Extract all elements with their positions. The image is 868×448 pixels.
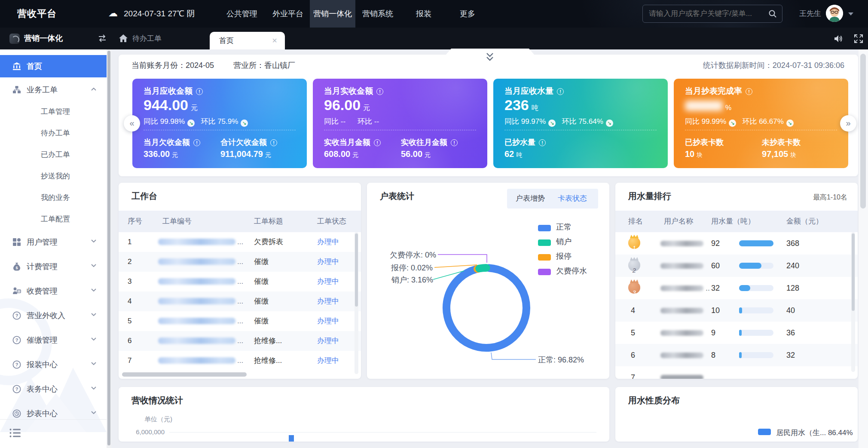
sidebar-item-fee-mgmt[interactable]: 收费管理 bbox=[0, 280, 107, 302]
info-icon[interactable]: ! bbox=[557, 88, 564, 95]
svg-text:?: ? bbox=[15, 313, 18, 318]
trend-down-icon: ↘ bbox=[241, 120, 248, 127]
module-logo-icon bbox=[9, 34, 20, 44]
question-circle-icon: ? bbox=[12, 311, 21, 320]
legend-item[interactable]: 居民用水（生... 86.44% bbox=[758, 428, 853, 438]
svg-text:$: $ bbox=[15, 266, 18, 270]
search-input[interactable] bbox=[643, 9, 768, 18]
workbench-hscrollbar[interactable] bbox=[122, 372, 247, 377]
info-icon[interactable]: ! bbox=[376, 88, 383, 95]
switch-module-icon[interactable] bbox=[97, 34, 107, 43]
collapse-double-chevron-icon[interactable] bbox=[485, 52, 495, 62]
chevron-down-icon bbox=[91, 387, 96, 390]
nav-field-platform[interactable]: 外业平台 bbox=[266, 0, 309, 28]
tab-bar: 营销一体化 待办工单 首页 × bbox=[0, 28, 868, 49]
card-reading-completion: 当月抄表完成率! % 同比 99.99%↘环比 66.67%↘ 已抄表卡数 未抄… bbox=[674, 79, 848, 168]
ranking-title: 用水量排行 bbox=[628, 190, 671, 202]
gold-medal-icon: 1 bbox=[628, 237, 640, 249]
nav-install-report[interactable]: 报装 bbox=[404, 0, 443, 28]
question-circle-icon: ? bbox=[12, 360, 21, 369]
water-nature-panel: 用水性质分布 居民用水（生... 86.44% bbox=[615, 387, 858, 442]
chevron-down-icon bbox=[91, 239, 96, 243]
workbench-table-header: 序号 工单编号 工单标题 工单状态 bbox=[119, 211, 361, 232]
sidebar-subitem-todo[interactable]: 待办工单 bbox=[0, 123, 107, 144]
sidebar-item-meter-affairs-center[interactable]: ? 表务中心 bbox=[0, 378, 107, 400]
fullscreen-icon[interactable] bbox=[854, 34, 863, 43]
avatar[interactable] bbox=[826, 5, 843, 22]
silver-medal-icon: 2 bbox=[628, 259, 640, 271]
nav-marketing-system[interactable]: 营销系统 bbox=[355, 0, 400, 28]
sidebar-item-user-mgmt[interactable]: 用户管理 bbox=[0, 231, 107, 253]
workbench-row[interactable]: 4... 催缴办理中 bbox=[119, 292, 361, 311]
info-icon[interactable]: ! bbox=[374, 139, 381, 146]
ranking-row: 7 bbox=[615, 366, 858, 379]
sidebar-subitem-done[interactable]: 已办工单 bbox=[0, 144, 107, 166]
info-icon[interactable]: ! bbox=[746, 88, 752, 95]
sidebar: 首页 业务工单 工单管理 待办工单 已办工单 抄送我的 我的业务 工单配置 用户… bbox=[0, 49, 107, 448]
trend-down-icon: ↘ bbox=[729, 120, 736, 127]
weather-cloud-icon: ☁ bbox=[108, 8, 118, 19]
sidebar-item-work-order[interactable]: 业务工单 bbox=[0, 79, 107, 101]
sidebar-item-home[interactable]: 首页 bbox=[0, 55, 107, 77]
sidebar-subitem-workorder-mgmt[interactable]: 工单管理 bbox=[0, 101, 107, 123]
workbench-row[interactable]: 1... 欠费拆表办理中 bbox=[119, 232, 361, 252]
axis-tick-label: 6,000,000 bbox=[119, 428, 165, 436]
card-received-amount: 当月实收金额! 96.00元 同比 --环比 -- 实收当月金额! 实收往月金额… bbox=[313, 79, 487, 168]
workbench-row[interactable]: 5... 催缴办理中 bbox=[119, 311, 361, 331]
sidebar-subitem-my-business[interactable]: 我的业务 bbox=[0, 187, 107, 209]
axis-unit-label: 单位（元) bbox=[144, 415, 172, 423]
gridline bbox=[169, 432, 596, 433]
donut-label: 正常: 96.82% bbox=[538, 355, 584, 365]
ranking-vscrollbar-thumb[interactable] bbox=[852, 233, 855, 311]
user-name[interactable]: 王先生 bbox=[799, 0, 821, 28]
trend-down-icon: ↘ bbox=[786, 120, 794, 127]
tab-close-icon[interactable]: × bbox=[272, 32, 277, 49]
info-icon[interactable]: ! bbox=[193, 139, 200, 146]
collapse-menu-icon[interactable] bbox=[9, 428, 21, 438]
workbench-vscrollbar-thumb[interactable] bbox=[355, 233, 358, 307]
sidebar-item-install-center[interactable]: ? 报装中心 bbox=[0, 353, 107, 376]
workbench-title: 工作台 bbox=[131, 190, 157, 202]
workbench-row[interactable]: 2... 催缴办理中 bbox=[119, 252, 361, 272]
carousel-prev-button[interactable]: « bbox=[124, 115, 140, 132]
sidebar-divider bbox=[0, 419, 107, 420]
info-icon[interactable]: ! bbox=[539, 139, 546, 146]
sidebar-scrollbar-thumb[interactable] bbox=[107, 51, 110, 445]
money-bag-icon: $ bbox=[12, 262, 21, 271]
info-icon[interactable]: ! bbox=[451, 139, 458, 146]
sidebar-subitem-cc-me[interactable]: 抄送我的 bbox=[0, 166, 107, 187]
ranking-row: 1 92 368 bbox=[615, 232, 858, 255]
global-search[interactable] bbox=[642, 5, 782, 23]
sidebar-item-meter-reading-center[interactable]: 抄表中心 bbox=[0, 402, 107, 425]
workbench-row[interactable]: 3... 催缴办理中 bbox=[119, 272, 361, 292]
home-bank-icon bbox=[12, 62, 21, 71]
info-icon[interactable]: ! bbox=[270, 139, 277, 146]
tab-home-active[interactable]: 首页 × bbox=[210, 32, 285, 49]
ranking-row: 2 60 240 bbox=[615, 255, 858, 277]
sidebar-subitem-workorder-config[interactable]: 工单配置 bbox=[0, 209, 107, 230]
home-icon[interactable] bbox=[119, 34, 128, 43]
sound-icon[interactable] bbox=[834, 34, 843, 43]
card-receivable-amount: 当月应收金额! 944.00元 同比 99.98%↘环比 75.9%↘ 当月欠收… bbox=[132, 79, 307, 168]
carousel-next-button[interactable]: » bbox=[840, 115, 856, 132]
svg-text:?: ? bbox=[15, 362, 18, 367]
question-circle-icon: ? bbox=[12, 385, 21, 393]
donut-label: 报停: 0.02% bbox=[391, 263, 433, 273]
user-menu-caret-icon[interactable] bbox=[848, 12, 853, 15]
sidebar-item-billing-mgmt[interactable]: $ 计费管理 bbox=[0, 255, 107, 278]
workbench-row[interactable]: 7... 抢维修...办理中 bbox=[119, 351, 361, 371]
info-icon[interactable]: ! bbox=[196, 88, 203, 95]
sidebar-item-nonoperating-income[interactable]: ? 营业外收入 bbox=[0, 304, 107, 327]
search-icon[interactable] bbox=[768, 9, 777, 18]
nav-public-mgmt[interactable]: 公共管理 bbox=[217, 0, 266, 28]
bronze-medal-icon: 3 bbox=[628, 282, 640, 294]
top-bar: 营收平台 ☁ 2024-07-31 27℃ 阴 公共管理 外业平台 营销一体化 … bbox=[0, 0, 868, 28]
main-scrollbar-thumb[interactable] bbox=[860, 54, 866, 209]
sidebar-item-collection-mgmt[interactable]: ? 催缴管理 bbox=[0, 329, 107, 351]
revenue-bar bbox=[289, 435, 294, 442]
workbench-row[interactable]: 6... 抢维修...办理中 bbox=[119, 331, 361, 351]
tab-todo-workorder[interactable]: 待办工单 bbox=[132, 28, 162, 49]
nav-marketing-integration[interactable]: 营销一体化 bbox=[310, 0, 355, 28]
nav-more[interactable]: 更多 bbox=[448, 0, 487, 28]
app-logo: 营收平台 bbox=[17, 0, 57, 28]
